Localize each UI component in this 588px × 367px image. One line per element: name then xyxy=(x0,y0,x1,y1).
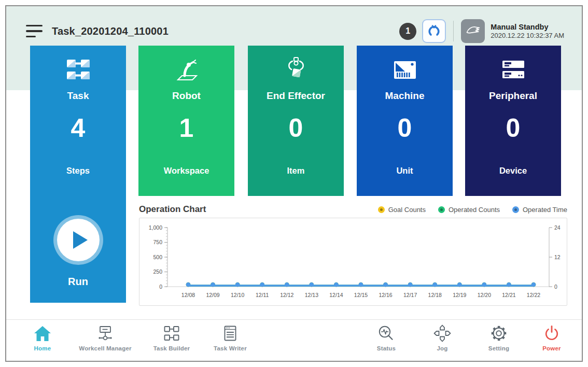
nav-item-power[interactable]: Power xyxy=(527,323,577,351)
card-value: 0 xyxy=(357,113,453,143)
svg-text:24: 24 xyxy=(554,224,561,231)
task-writer-icon xyxy=(221,323,240,343)
home-icon xyxy=(33,323,52,343)
card-title: Task xyxy=(30,90,126,102)
mode-label: Manual Standby xyxy=(491,22,564,32)
app-window: Task_20201204_110001 1 Manual Standby 20… xyxy=(5,5,583,362)
legend-item: Operated Counts xyxy=(438,206,500,214)
header: Task_20201204_110001 1 Manual Standby 20… xyxy=(26,15,564,48)
task-blocks-icon xyxy=(30,57,126,83)
card-value: 4 xyxy=(30,113,126,143)
nav-item-task-builder[interactable]: Task Builder xyxy=(143,323,200,351)
header-divider xyxy=(453,21,454,41)
chart-legend: Goal Counts Operated Counts Operated Tim… xyxy=(378,206,567,214)
card-peripheral[interactable]: Peripheral 0 Device xyxy=(465,46,561,196)
svg-text:12/21: 12/21 xyxy=(502,292,515,298)
nav-item-setting[interactable]: Setting xyxy=(471,323,527,351)
svg-text:12/08: 12/08 xyxy=(181,292,195,298)
nav-label: Status xyxy=(377,345,396,351)
card-value: 0 xyxy=(465,113,561,143)
gripper-tool-icon xyxy=(427,23,441,39)
svg-text:12/09: 12/09 xyxy=(206,292,219,298)
nav-label: Setting xyxy=(488,345,509,351)
card-unit: Item xyxy=(248,166,344,176)
jog-icon xyxy=(433,323,452,343)
nav-item-jog[interactable]: Jog xyxy=(414,323,471,351)
card-end-effector[interactable]: End Effector 0 Item xyxy=(248,46,344,196)
card-title: Machine xyxy=(357,90,453,102)
card-task[interactable]: Task 4 Steps Run xyxy=(30,46,126,303)
machine-icon xyxy=(357,57,453,83)
legend-dot-icon xyxy=(438,206,445,213)
gripper-item-icon xyxy=(248,57,344,83)
svg-text:12/22: 12/22 xyxy=(527,292,540,298)
hand-icon xyxy=(465,22,481,40)
svg-text:1,000: 1,000 xyxy=(149,224,162,231)
legend-dot-icon xyxy=(378,206,385,213)
mode-datetime: 2020.12.22 10:32:37 AM xyxy=(491,32,564,40)
nav-label: Task Builder xyxy=(153,345,190,351)
chart-canvas: 02505007501,0000122412/0812/0912/1012/11… xyxy=(139,218,567,305)
chart-header: Operation Chart Goal Counts Operated Cou… xyxy=(139,204,567,215)
run-button[interactable] xyxy=(57,219,100,261)
nav-label: Home xyxy=(34,345,51,351)
gripper-tool-button[interactable] xyxy=(422,19,446,43)
nav-item-home[interactable]: Home xyxy=(18,323,67,351)
legend-label: Goal Counts xyxy=(388,206,426,214)
svg-text:12/11: 12/11 xyxy=(256,292,269,298)
card-machine[interactable]: Machine 0 Unit xyxy=(357,46,453,196)
svg-text:12/13: 12/13 xyxy=(305,292,318,298)
power-icon xyxy=(542,323,561,343)
legend-label: Operated Time xyxy=(523,206,567,214)
nav-label: Power xyxy=(542,345,561,351)
svg-text:0: 0 xyxy=(554,284,557,290)
svg-text:12/20: 12/20 xyxy=(478,292,491,298)
nav-label: Workcell Manager xyxy=(79,345,131,351)
legend-item: Operated Time xyxy=(512,206,567,214)
nav-item-workcell-manager[interactable]: Workcell Manager xyxy=(67,323,143,351)
svg-text:750: 750 xyxy=(153,239,162,245)
operation-chart: 02505007501,0000122412/0812/0912/1012/11… xyxy=(139,218,567,306)
peripheral-icon xyxy=(465,57,561,83)
task-title: Task_20201204_110001 xyxy=(52,25,399,37)
svg-text:500: 500 xyxy=(153,254,162,260)
svg-text:0: 0 xyxy=(159,284,162,290)
card-value: 1 xyxy=(138,113,234,143)
nav-item-task-writer[interactable]: Task Writer xyxy=(200,323,260,351)
nav-label: Jog xyxy=(437,345,447,351)
svg-text:12/10: 12/10 xyxy=(231,292,244,298)
legend-label: Operated Counts xyxy=(449,206,500,214)
task-builder-icon xyxy=(162,323,181,343)
header-right: 1 Manual Standby 2020.12.22 10:32:37 AM xyxy=(399,19,564,43)
svg-text:12: 12 xyxy=(554,254,561,260)
menu-icon[interactable] xyxy=(26,25,43,37)
svg-text:12/14: 12/14 xyxy=(329,292,343,298)
setting-icon xyxy=(489,323,508,343)
mode-status: Manual Standby 2020.12.22 10:32:37 AM xyxy=(491,22,564,40)
svg-text:12/19: 12/19 xyxy=(453,292,466,298)
card-title: Robot xyxy=(138,90,234,102)
annotation-badge: 1 xyxy=(399,23,416,40)
nav-label: Task Writer xyxy=(214,345,247,351)
bottom-nav: Home Workcell Manager Task Builder Task … xyxy=(6,319,582,361)
status-icon xyxy=(377,323,396,343)
workcell-manager-icon xyxy=(96,323,115,343)
svg-text:12/16: 12/16 xyxy=(379,292,392,298)
card-unit: Device xyxy=(465,166,561,176)
manual-mode-button[interactable] xyxy=(461,19,485,43)
robot-arm-icon xyxy=(138,57,234,83)
card-unit: Workspace xyxy=(138,166,234,176)
card-unit: Unit xyxy=(357,166,453,176)
svg-text:250: 250 xyxy=(153,269,162,275)
card-value: 0 xyxy=(248,113,344,143)
legend-dot-icon xyxy=(512,206,519,213)
legend-item: Goal Counts xyxy=(378,206,426,214)
chart-title: Operation Chart xyxy=(139,204,206,215)
card-unit: Steps xyxy=(30,166,126,176)
card-robot[interactable]: Robot 1 Workspace xyxy=(138,46,234,196)
card-title: Peripheral xyxy=(465,90,561,102)
card-title: End Effector xyxy=(248,90,344,102)
nav-item-status[interactable]: Status xyxy=(359,323,414,351)
svg-text:12/15: 12/15 xyxy=(354,292,368,298)
svg-text:12/12: 12/12 xyxy=(280,292,293,298)
